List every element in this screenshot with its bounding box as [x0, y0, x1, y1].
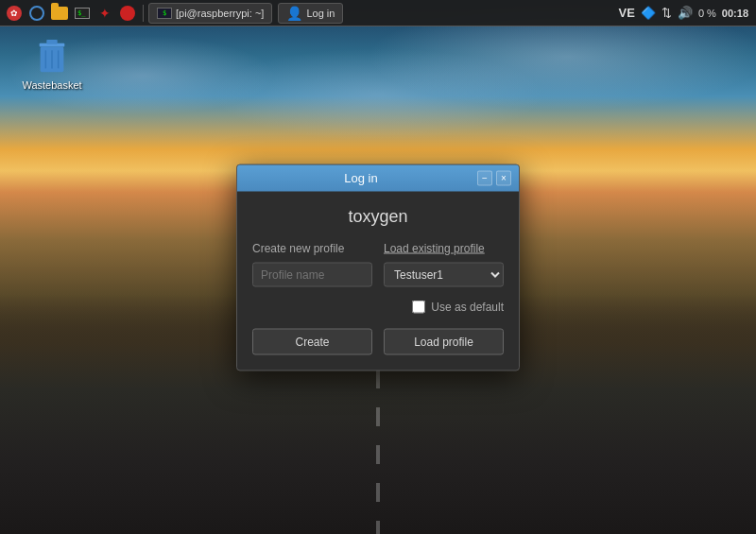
load-profile-col: Load existing profile Testuser1	[384, 241, 504, 286]
use-default-checkbox[interactable]	[412, 300, 425, 313]
desktop: ✿ $_ ✦	[0, 0, 756, 534]
load-profile-button[interactable]: Load profile	[384, 328, 504, 354]
create-button[interactable]: Create	[252, 328, 372, 354]
use-default-container: Use as default	[252, 292, 504, 313]
use-default-row: Use as default	[412, 300, 504, 313]
dialog-title: Log in	[245, 171, 477, 185]
app-name-heading: toxygen	[252, 206, 504, 226]
dialog-columns: Create new profile Load existing profile…	[252, 241, 504, 286]
dialog-buttons: Create Load profile	[252, 328, 504, 354]
profile-dropdown[interactable]: Testuser1	[384, 262, 504, 286]
create-profile-col: Create new profile	[252, 241, 372, 286]
login-dialog: Log in − × toxygen Create new profile	[236, 164, 520, 370]
dialog-overlay: Log in − × toxygen Create new profile	[0, 0, 756, 534]
close-button[interactable]: ×	[496, 170, 511, 185]
load-header: Load existing profile	[384, 241, 504, 254]
dialog-controls: − ×	[477, 170, 511, 185]
dialog-content: toxygen Create new profile Load existing…	[237, 191, 519, 370]
use-default-label: Use as default	[431, 300, 504, 313]
dialog-titlebar[interactable]: Log in − ×	[237, 164, 519, 191]
create-header: Create new profile	[252, 241, 372, 254]
profile-name-input[interactable]	[252, 262, 372, 286]
minimize-button[interactable]: −	[477, 170, 492, 185]
